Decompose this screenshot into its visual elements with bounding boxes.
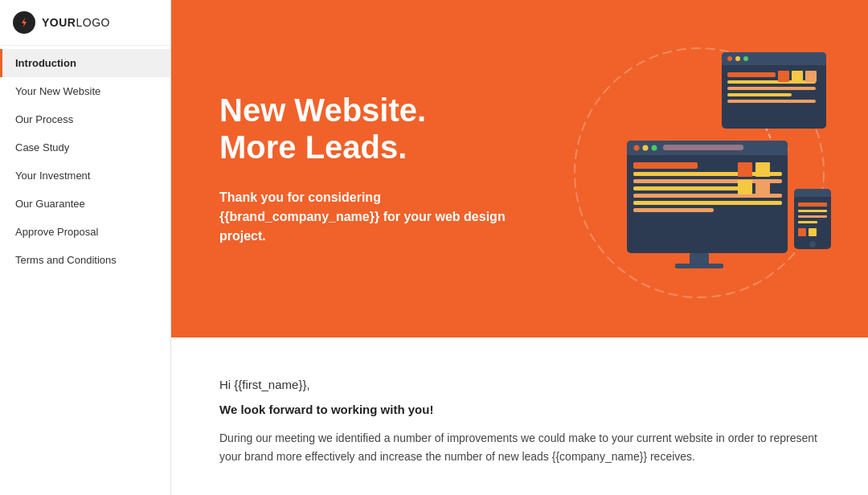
sidebar-item-approve-proposal[interactable]: Approve Proposal bbox=[0, 218, 170, 246]
svg-point-47 bbox=[809, 241, 816, 248]
svg-rect-24 bbox=[663, 145, 743, 150]
logo-bold: YOUR bbox=[42, 16, 76, 29]
hero-illustration bbox=[538, 16, 844, 321]
svg-rect-16 bbox=[792, 71, 803, 82]
sidebar-item-our-process[interactable]: Our Process bbox=[0, 105, 170, 133]
nav-menu: IntroductionYour New WebsiteOur ProcessC… bbox=[0, 46, 170, 274]
svg-rect-13 bbox=[727, 93, 792, 96]
svg-rect-42 bbox=[798, 210, 827, 212]
body-content: Hi {{first_name}}, We look forward to wo… bbox=[171, 338, 868, 495]
svg-rect-14 bbox=[727, 100, 816, 103]
hero-title: New Website.More Leads. bbox=[219, 92, 525, 166]
svg-rect-34 bbox=[738, 180, 752, 194]
svg-point-21 bbox=[634, 145, 640, 151]
greeting-text: Hi {{first_name}}, bbox=[219, 378, 820, 391]
svg-rect-25 bbox=[633, 162, 698, 169]
logo-text: YOURLOGO bbox=[42, 16, 110, 29]
svg-rect-17 bbox=[805, 71, 817, 82]
svg-rect-35 bbox=[755, 180, 770, 194]
body-paragraph: During our meeting we identified a numbe… bbox=[219, 429, 820, 466]
svg-point-7 bbox=[727, 56, 732, 61]
svg-rect-10 bbox=[727, 72, 776, 77]
svg-rect-28 bbox=[633, 186, 746, 190]
logo-area: YOURLOGO bbox=[0, 0, 170, 46]
svg-rect-38 bbox=[794, 189, 831, 249]
hero-subtitle: Thank you for considering {{brand_compan… bbox=[219, 188, 525, 246]
svg-rect-32 bbox=[738, 162, 752, 177]
svg-rect-37 bbox=[675, 264, 723, 268]
svg-rect-30 bbox=[633, 201, 782, 205]
svg-rect-12 bbox=[727, 87, 816, 90]
sidebar: YOURLOGO IntroductionYour New WebsiteOur… bbox=[0, 0, 171, 495]
hero-content: New Website.More Leads. Thank you for co… bbox=[219, 92, 525, 246]
svg-point-9 bbox=[743, 56, 748, 61]
logo-regular: LOGO bbox=[76, 16, 109, 29]
sidebar-item-our-guarantee[interactable]: Our Guarantee bbox=[0, 190, 170, 218]
svg-rect-15 bbox=[778, 71, 789, 82]
sidebar-item-terms-and-conditions[interactable]: Terms and Conditions bbox=[0, 246, 170, 274]
logo-icon bbox=[13, 11, 35, 34]
forward-text: We look forward to working with you! bbox=[219, 403, 820, 416]
svg-rect-31 bbox=[633, 208, 714, 212]
sidebar-item-case-study[interactable]: Case Study bbox=[0, 133, 170, 162]
main-content: New Website.More Leads. Thank you for co… bbox=[171, 0, 868, 495]
svg-rect-45 bbox=[798, 228, 806, 236]
svg-marker-0 bbox=[22, 18, 27, 27]
svg-rect-46 bbox=[809, 228, 817, 236]
svg-rect-40 bbox=[794, 193, 831, 197]
sidebar-item-your-investment[interactable]: Your Investment bbox=[0, 162, 170, 190]
svg-rect-33 bbox=[755, 162, 770, 177]
sidebar-item-your-new-website[interactable]: Your New Website bbox=[0, 77, 170, 105]
sidebar-item-introduction[interactable]: Introduction bbox=[0, 49, 170, 77]
svg-point-23 bbox=[652, 145, 657, 151]
svg-rect-43 bbox=[798, 215, 827, 218]
svg-rect-41 bbox=[798, 202, 827, 207]
svg-rect-44 bbox=[798, 221, 817, 223]
hero-section: New Website.More Leads. Thank you for co… bbox=[171, 0, 868, 338]
svg-point-22 bbox=[643, 145, 649, 151]
svg-point-8 bbox=[735, 56, 740, 61]
